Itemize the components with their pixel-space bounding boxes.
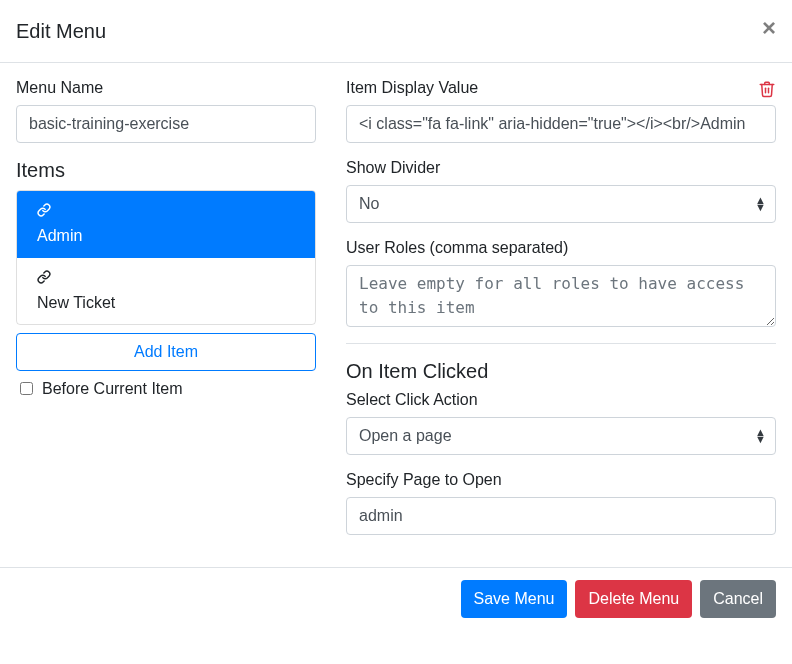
display-value-input[interactable]	[346, 105, 776, 143]
click-action-select[interactable]: Open a page	[346, 417, 776, 455]
list-item-label: Admin	[37, 227, 82, 244]
items-list: Admin New Ticket	[16, 190, 316, 325]
close-button[interactable]: ×	[762, 16, 776, 40]
modal-title: Edit Menu	[16, 16, 106, 46]
close-icon: ×	[762, 14, 776, 41]
list-item-label: New Ticket	[37, 294, 115, 311]
before-current-label: Before Current Item	[42, 380, 183, 398]
display-value-label: Item Display Value	[346, 79, 478, 97]
items-heading: Items	[16, 159, 316, 182]
show-divider-select[interactable]: No	[346, 185, 776, 223]
specify-page-input[interactable]	[346, 497, 776, 535]
delete-item-button[interactable]	[758, 79, 776, 103]
trash-icon	[758, 79, 776, 99]
before-current-checkbox[interactable]	[20, 382, 33, 395]
menu-name-input[interactable]	[16, 105, 316, 143]
user-roles-textarea[interactable]	[346, 265, 776, 327]
link-icon	[37, 270, 51, 288]
delete-menu-button[interactable]: Delete Menu	[575, 580, 692, 618]
cancel-button[interactable]: Cancel	[700, 580, 776, 618]
show-divider-label: Show Divider	[346, 159, 440, 177]
list-item[interactable]: Admin	[17, 191, 315, 258]
user-roles-label: User Roles (comma separated)	[346, 239, 568, 257]
divider	[346, 343, 776, 344]
list-item[interactable]: New Ticket	[17, 258, 315, 324]
specify-page-label: Specify Page to Open	[346, 471, 502, 489]
on-click-heading: On Item Clicked	[346, 360, 776, 383]
link-icon	[37, 203, 51, 221]
click-action-label: Select Click Action	[346, 391, 478, 409]
menu-name-label: Menu Name	[16, 79, 103, 97]
save-menu-button[interactable]: Save Menu	[461, 580, 568, 618]
add-item-button[interactable]: Add Item	[16, 333, 316, 371]
